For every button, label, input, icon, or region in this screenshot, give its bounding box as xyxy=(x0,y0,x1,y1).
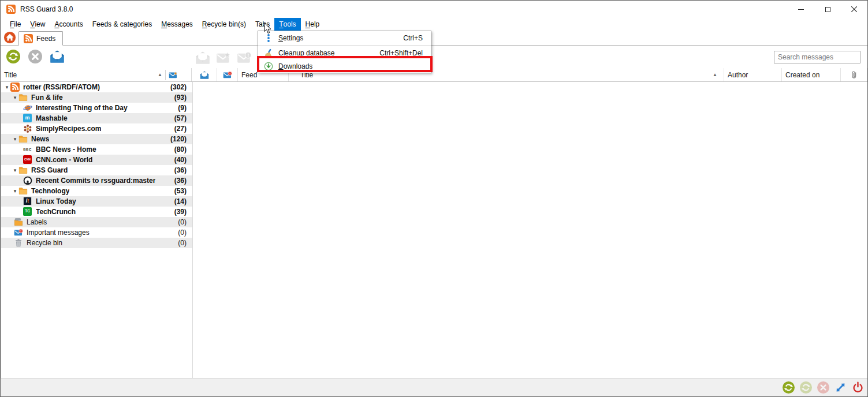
expand-arrow[interactable]: ▾ xyxy=(3,82,10,92)
feed-row-rss-guard[interactable]: ▾RSS Guard(36) xyxy=(1,165,192,175)
counts-column-header[interactable] xyxy=(166,70,191,80)
feed-row-mashable[interactable]: mMashable(57) xyxy=(1,113,192,123)
tab-label: Feeds xyxy=(36,35,55,43)
minimize-button[interactable] xyxy=(788,1,814,18)
menu-item-help[interactable]: Help xyxy=(301,18,325,31)
feed-unread-count: (57) xyxy=(174,114,192,122)
expand-arrow[interactable]: ▾ xyxy=(12,92,18,103)
feed-title: Recycle bin xyxy=(27,239,62,247)
mark-read-button xyxy=(195,50,211,66)
author-column[interactable]: Author xyxy=(724,68,782,81)
refresh-icon xyxy=(800,381,812,394)
stop-running-update-button xyxy=(817,381,829,394)
quit-button[interactable] xyxy=(851,381,864,394)
menu-item-messages[interactable]: Messages xyxy=(157,18,198,31)
feed-row-recycle-bin[interactable]: Recycle bin(0) xyxy=(1,238,192,248)
feed-title: Linux Today xyxy=(36,197,76,205)
envelope-important-blue-icon xyxy=(14,228,23,237)
minimize-icon xyxy=(798,9,804,10)
rss-icon xyxy=(24,34,33,43)
column-label: Author xyxy=(728,71,748,79)
power-icon xyxy=(852,381,864,394)
search-input[interactable] xyxy=(774,51,860,63)
mouse-cursor xyxy=(264,23,271,34)
feed-row-techcrunch[interactable]: TCTechCrunch(39) xyxy=(1,207,192,217)
feed-title: BBC News - Home xyxy=(36,145,96,153)
planet-icon xyxy=(23,103,32,113)
update-selected-button xyxy=(799,381,812,394)
menu-item-recycle-bin-s[interactable]: Recycle bin(s) xyxy=(198,18,251,31)
menu-item-tools[interactable]: Tools xyxy=(274,18,300,31)
update-all-feeds-button[interactable] xyxy=(5,48,21,65)
menu-item-feeds-categories[interactable]: Feeds & categories xyxy=(88,18,157,31)
close-button[interactable] xyxy=(841,1,867,18)
rss-icon xyxy=(6,5,16,14)
feed-row-labels[interactable]: Labels(0) xyxy=(1,217,192,227)
feed-unread-count: (14) xyxy=(174,197,192,205)
feed-unread-count: (36) xyxy=(174,166,192,174)
feed-row-rotter-rss-rdf-atom[interactable]: ▾rotter (RSS/RDF/ATOM)(302) xyxy=(1,82,192,92)
expand-arrow[interactable]: ▾ xyxy=(12,165,18,175)
update-feeds-button[interactable] xyxy=(782,381,795,394)
attachment-column[interactable] xyxy=(841,68,867,81)
menu-item-settings[interactable]: SettingsCtrl+S xyxy=(258,31,431,44)
attachment-icon xyxy=(850,70,859,80)
mark-starred-button xyxy=(215,50,232,66)
envelope-star-gray-icon xyxy=(216,51,231,65)
feed-row-technology[interactable]: ▾Technology(53) xyxy=(1,186,192,196)
downloads-annotation-box xyxy=(257,56,433,72)
feed-list-header[interactable]: Title ▲ xyxy=(1,68,192,81)
menu-item-view[interactable]: View xyxy=(25,18,50,31)
feed-row-interesting-thing-of-the-day[interactable]: Interesting Thing of the Day(9) xyxy=(1,103,192,113)
stop-update-button[interactable] xyxy=(27,48,43,65)
expand-arrow[interactable]: ▾ xyxy=(12,134,18,144)
feed-unread-count: (302) xyxy=(170,83,192,91)
titlebar: RSS Guard 3.8.0 xyxy=(1,1,867,18)
message-list xyxy=(193,82,867,378)
created-on-column[interactable]: Created on xyxy=(782,68,841,81)
techcrunch-icon: TC xyxy=(23,207,32,216)
feed-title: Important messages xyxy=(27,229,90,237)
folder-icon xyxy=(18,166,28,175)
menu-separator xyxy=(258,45,431,46)
feed-unread-count: (40) xyxy=(174,156,192,164)
home-button[interactable] xyxy=(3,31,16,44)
fullscreen-button[interactable] xyxy=(834,381,847,394)
tab-feeds[interactable]: Feeds xyxy=(18,31,63,46)
feed-row-fun-life[interactable]: ▾Fun & life(93) xyxy=(1,92,192,103)
feed-unread-count: (80) xyxy=(174,145,192,153)
labels-icon xyxy=(14,218,23,227)
feed-row-cnn-com-world[interactable]: CNNCNN.com - World(40) xyxy=(1,155,192,165)
rss-icon xyxy=(10,83,20,92)
menu-item-accounts[interactable]: Accounts xyxy=(50,18,87,31)
refresh-icon xyxy=(6,50,21,63)
linuxtoday-icon: lt xyxy=(23,197,32,206)
mashable-icon: m xyxy=(23,114,32,123)
feed-title: Labels xyxy=(27,218,47,226)
envelope-important-blue-icon xyxy=(223,70,232,80)
feed-list: ▾rotter (RSS/RDF/ATOM)(302)▾Fun & life(9… xyxy=(1,82,193,378)
feed-row-linux-today[interactable]: ltLinux Today(14) xyxy=(1,196,192,207)
mark-all-read-button[interactable] xyxy=(49,48,65,65)
maximize-button[interactable] xyxy=(814,1,841,18)
expand-arrow[interactable]: ▾ xyxy=(12,186,18,196)
folder-icon xyxy=(18,93,28,102)
importance-column[interactable] xyxy=(217,68,238,81)
maximize-icon xyxy=(825,7,830,12)
folder-icon xyxy=(18,186,28,196)
feed-unread-count: (36) xyxy=(174,177,192,185)
cnn-icon: CNN xyxy=(23,155,32,164)
envelope-star-icon xyxy=(169,70,178,80)
menu-item-file[interactable]: File xyxy=(5,18,25,31)
feed-row-important-messages[interactable]: Important messages(0) xyxy=(1,227,192,238)
feed-row-news[interactable]: ▾News(120) xyxy=(1,134,192,144)
github-icon xyxy=(23,176,32,185)
feed-row-simplyrecipes-com[interactable]: SimplyRecipes.com(27) xyxy=(1,123,192,134)
feed-row-bbc-news-home[interactable]: BBCBBC News - Home(80) xyxy=(1,144,192,155)
feed-title: SimplyRecipes.com xyxy=(36,125,101,133)
feed-title: Recent Commits to rssguard:master xyxy=(36,177,155,185)
feed-row-recent-commits-to-rssguard-master[interactable]: Recent Commits to rssguard:master(36) xyxy=(1,175,192,186)
read-column[interactable] xyxy=(192,68,217,81)
bbc-icon: BBC xyxy=(23,145,32,154)
feed-title-column[interactable]: Title xyxy=(1,71,17,79)
